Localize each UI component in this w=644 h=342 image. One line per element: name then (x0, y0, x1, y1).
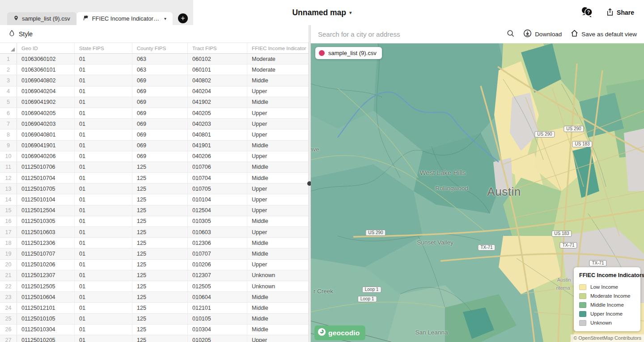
cell-tract-fips[interactable]: 010604 (188, 292, 247, 302)
row-number[interactable]: 5 (0, 97, 17, 107)
row-number[interactable]: 24 (0, 303, 17, 313)
cell-state-fips[interactable]: 01 (75, 248, 132, 259)
cell-ffiec-income-indicator[interactable]: Middle (247, 173, 309, 183)
cell-county-fips[interactable]: 069 (132, 141, 188, 151)
table-row[interactable]: 20 01125010206 01 125 010206 Upper (0, 260, 309, 270)
cell-state-fips[interactable]: 01 (75, 281, 132, 291)
cell-tract-fips[interactable]: 010305 (188, 216, 247, 227)
cell-tract-fips[interactable]: 010706 (188, 162, 247, 172)
cell-ffiec-income-indicator[interactable]: Middle (247, 216, 309, 227)
row-number[interactable]: 10 (0, 151, 17, 162)
cell-geo-id[interactable]: 01063060102 (17, 54, 75, 64)
row-number[interactable]: 17 (0, 227, 17, 237)
cell-geo-id[interactable]: 01125012504 (17, 205, 75, 216)
cell-county-fips[interactable]: 125 (132, 194, 188, 205)
cell-county-fips[interactable]: 125 (132, 270, 188, 281)
style-button[interactable]: Style (19, 30, 33, 38)
column-header[interactable]: Geo ID (17, 43, 75, 53)
cell-county-fips[interactable]: 069 (132, 108, 188, 118)
cell-county-fips[interactable]: 125 (132, 238, 188, 248)
cell-ffiec-income-indicator[interactable]: Upper (247, 86, 309, 97)
table-row[interactable]: 18 01125012306 01 125 012306 Middle (0, 238, 309, 248)
table-row[interactable]: 1 01063060102 01 063 060102 Moderate (0, 54, 309, 64)
cell-state-fips[interactable]: 01 (75, 54, 132, 64)
cell-ffiec-income-indicator[interactable]: Middle (247, 303, 309, 313)
cell-geo-id[interactable]: 01125012306 (17, 238, 75, 248)
cell-state-fips[interactable]: 01 (75, 75, 132, 86)
cell-ffiec-income-indicator[interactable]: Upper (247, 151, 309, 162)
cell-county-fips[interactable]: 069 (132, 75, 188, 86)
table-row[interactable]: 5 01069041902 01 069 041902 Middle (0, 97, 309, 108)
cell-geo-id[interactable]: 01125012307 (17, 270, 75, 281)
add-layer-button[interactable]: + (178, 13, 188, 23)
cell-geo-id[interactable]: 01125010205 (17, 335, 75, 342)
cell-tract-fips[interactable]: 060101 (188, 64, 247, 75)
map-canvas[interactable]: ave West Lake Hills Rollingwood Austin S… (311, 43, 644, 342)
cell-county-fips[interactable]: 125 (132, 292, 188, 302)
cell-geo-id[interactable]: 01125010603 (17, 227, 75, 237)
table-row[interactable]: 8 01069040801 01 069 040801 Upper (0, 129, 309, 140)
cell-geo-id[interactable]: 01069040203 (17, 119, 75, 129)
table-row[interactable]: 25 01125010105 01 125 010105 Middle (0, 314, 309, 325)
cell-state-fips[interactable]: 01 (75, 129, 132, 140)
cell-ffiec-income-indicator[interactable]: Moderate (247, 64, 309, 75)
cell-county-fips[interactable]: 125 (132, 325, 188, 335)
table-row[interactable]: 17 01125010603 01 125 010603 Upper (0, 227, 309, 238)
cell-county-fips[interactable]: 125 (132, 314, 188, 324)
cell-tract-fips[interactable]: 010603 (188, 227, 247, 237)
cell-tract-fips[interactable]: 041902 (188, 97, 247, 107)
cell-tract-fips[interactable]: 010304 (188, 325, 247, 335)
cell-ffiec-income-indicator[interactable]: Upper (247, 119, 309, 129)
cell-state-fips[interactable]: 01 (75, 141, 132, 151)
cell-county-fips[interactable]: 125 (132, 162, 188, 172)
cell-geo-id[interactable]: 01125010305 (17, 216, 75, 227)
cell-state-fips[interactable]: 01 (75, 292, 132, 302)
cell-geo-id[interactable]: 01125010304 (17, 325, 75, 335)
cell-ffiec-income-indicator[interactable]: Middle (247, 292, 309, 302)
cell-tract-fips[interactable]: 012101 (188, 303, 247, 313)
cell-tract-fips[interactable]: 041901 (188, 141, 247, 151)
cell-state-fips[interactable]: 01 (75, 270, 132, 281)
table-row[interactable]: 22 01125012505 01 125 012505 Unknown (0, 281, 309, 292)
cell-county-fips[interactable]: 069 (132, 129, 188, 140)
select-all-corner[interactable] (0, 43, 17, 53)
row-number[interactable]: 8 (0, 129, 17, 140)
cell-tract-fips[interactable]: 040205 (188, 108, 247, 118)
table-row[interactable]: 13 01125010705 01 125 010705 Upper (0, 184, 309, 194)
cell-state-fips[interactable]: 01 (75, 86, 132, 97)
row-number[interactable]: 25 (0, 314, 17, 324)
cell-county-fips[interactable]: 125 (132, 260, 188, 270)
table-row[interactable]: 3 01069040802 01 069 040802 Middle (0, 75, 309, 86)
cell-county-fips[interactable]: 069 (132, 86, 188, 97)
cell-tract-fips[interactable]: 010104 (188, 194, 247, 205)
cell-county-fips[interactable]: 125 (132, 227, 188, 237)
cell-county-fips[interactable]: 069 (132, 151, 188, 162)
row-number[interactable]: 22 (0, 281, 17, 291)
cell-county-fips[interactable]: 125 (132, 281, 188, 291)
cell-ffiec-income-indicator[interactable]: Upper (247, 194, 309, 205)
row-number[interactable]: 19 (0, 248, 17, 259)
cell-geo-id[interactable]: 01125010706 (17, 162, 75, 172)
cell-geo-id[interactable]: 01125010707 (17, 248, 75, 259)
row-number[interactable]: 1 (0, 54, 17, 64)
cell-state-fips[interactable]: 01 (75, 119, 132, 129)
cell-county-fips[interactable]: 125 (132, 303, 188, 313)
cell-state-fips[interactable]: 01 (75, 325, 132, 335)
column-header[interactable]: State FIPS (75, 43, 132, 53)
row-number[interactable]: 15 (0, 205, 17, 216)
table-row[interactable]: 21 01125012307 01 125 012307 Unknown (0, 270, 309, 281)
cell-geo-id[interactable]: 01125010705 (17, 184, 75, 194)
row-number[interactable]: 12 (0, 173, 17, 183)
cell-state-fips[interactable]: 01 (75, 97, 132, 107)
row-number[interactable]: 2 (0, 64, 17, 75)
cell-ffiec-income-indicator[interactable]: Upper (247, 335, 309, 342)
row-number[interactable]: 20 (0, 260, 17, 270)
row-number[interactable]: 18 (0, 238, 17, 248)
column-header[interactable]: FFIEC Income Indicator (247, 43, 309, 53)
help-chat-button[interactable]: ? (581, 6, 593, 19)
row-number[interactable]: 3 (0, 75, 17, 86)
tab-sample-list-csv[interactable]: sample_list (9).csv (7, 12, 76, 25)
row-number[interactable]: 26 (0, 325, 17, 335)
cell-tract-fips[interactable]: 010704 (188, 173, 247, 183)
cell-tract-fips[interactable]: 040204 (188, 86, 247, 97)
